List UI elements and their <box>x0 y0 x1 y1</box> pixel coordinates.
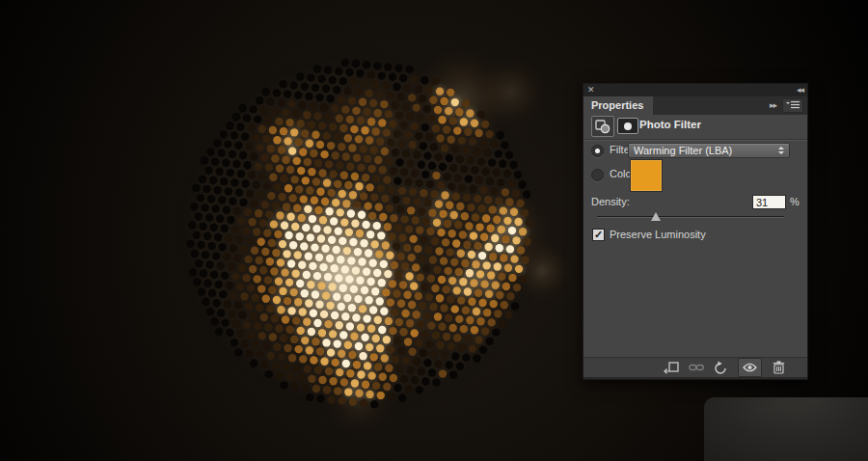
density-slider[interactable] <box>597 211 784 223</box>
density-unit: % <box>790 196 800 207</box>
filter-select[interactable]: Warming Filter (LBA) <box>628 143 790 158</box>
properties-panel: ✕ ◂◂ Properties ▸▸ <box>583 83 808 380</box>
adjustment-title: Photo Filter <box>639 119 701 130</box>
panel-footer-bar <box>583 357 807 377</box>
panel-bottom-edge <box>583 377 807 379</box>
tab-properties[interactable]: Properties <box>583 96 653 115</box>
preserve-luminosity-checkbox[interactable]: ✓ <box>592 229 605 241</box>
panel-title-strip: ✕ ◂◂ <box>583 84 807 96</box>
density-slider-track <box>597 216 784 218</box>
divider <box>583 139 807 141</box>
filter-select-value: Warming Filter (LBA) <box>634 145 778 156</box>
reset-to-defaults-icon[interactable] <box>713 360 729 376</box>
panel-menu-icon[interactable] <box>782 98 803 113</box>
color-radio[interactable] <box>591 169 604 181</box>
panel-tab-bar: Properties ▸▸ <box>583 96 807 115</box>
photo-filter-adjustment-icon[interactable] <box>591 116 614 137</box>
collapse-panel-icon[interactable]: ◂◂ <box>797 86 803 95</box>
collapse-to-icons-icon[interactable]: ▸▸ <box>770 101 776 110</box>
density-slider-thumb[interactable] <box>651 212 661 221</box>
preserve-luminosity-label: Preserve Luminosity <box>610 229 706 240</box>
clip-to-layer-icon[interactable] <box>663 360 679 376</box>
delete-adjustment-icon[interactable] <box>771 360 787 376</box>
color-swatch[interactable] <box>630 159 663 192</box>
layer-mask-icon[interactable] <box>617 118 638 134</box>
density-label: Density: <box>591 196 630 207</box>
chevron-updown-icon <box>778 147 784 154</box>
filter-radio[interactable] <box>591 145 604 157</box>
photoshop-canvas-area: ✕ ◂◂ Properties ▸▸ <box>0 0 868 461</box>
corner-overlay-shape <box>704 397 868 461</box>
link-adjustment-icon[interactable] <box>688 360 704 376</box>
panel-body: Photo Filter Filter: Warming Filter (LBA… <box>583 115 807 379</box>
density-input[interactable] <box>752 195 786 209</box>
close-icon[interactable]: ✕ <box>587 86 595 95</box>
toggle-visibility-icon[interactable] <box>738 358 762 377</box>
